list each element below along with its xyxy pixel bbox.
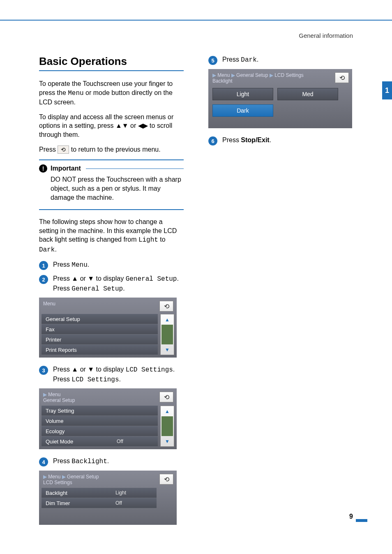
caret-icon: ▶ xyxy=(43,392,47,397)
right-column: 5 Press Dark. ▶ Menu ▶ General Setup ▶ L… xyxy=(208,55,353,532)
lcd-back-button[interactable]: ⟲ xyxy=(159,392,173,402)
lcd-back-button[interactable]: ⟲ xyxy=(159,474,173,485)
scroll-up-icon[interactable]: ▲ xyxy=(161,406,174,416)
text: Press ▲ or ▼ to display xyxy=(53,366,126,373)
list-item[interactable]: Tray Setting xyxy=(42,406,158,416)
section-title: Basic Operations xyxy=(39,55,184,68)
dark-literal: Dark xyxy=(39,246,55,254)
heading-line xyxy=(86,169,184,169)
lcd-back-button[interactable]: ⟲ xyxy=(335,72,349,83)
option-light[interactable]: Light xyxy=(212,88,273,100)
chapter-tab: 1 xyxy=(382,81,392,99)
left-column: Basic Operations To operate the Touchscr… xyxy=(39,55,184,532)
item-label: Fax xyxy=(46,326,55,332)
back-icon: ⟲ xyxy=(58,145,69,154)
step-5: 5 Press Dark. xyxy=(208,55,353,65)
lcd-body: BacklightLight Dim TimerOff xyxy=(42,488,174,508)
literal: Dark xyxy=(241,56,256,64)
content-columns: Basic Operations To operate the Touchscr… xyxy=(39,55,353,532)
list-item[interactable]: Printer xyxy=(42,335,158,345)
important-text: DO NOT press the Touchscreen with a shar… xyxy=(39,175,184,202)
crumb: General Setup xyxy=(67,474,99,480)
lcd-menu-screenshot: Menu ⟲ General Setup Fax Printer Print R… xyxy=(39,298,177,358)
lcd-scrollbar[interactable]: ▲ ▼ xyxy=(160,314,174,355)
lcd-header: ▶ Menu ▶ General Setup ▶ LCD Settings Ba… xyxy=(211,72,350,86)
item-label: Tray Setting xyxy=(46,408,74,414)
crumb-current: General Setup xyxy=(43,397,75,403)
list-item[interactable]: BacklightLight xyxy=(42,488,157,498)
list-item[interactable]: General Setup xyxy=(42,314,158,324)
option-label: Dark xyxy=(237,107,249,114)
crumb: LCD Settings xyxy=(274,72,304,78)
crumb: Menu xyxy=(217,72,230,78)
step-1: 1 Press Menu. xyxy=(39,260,184,270)
text: Press xyxy=(222,56,241,63)
item-label: Backlight xyxy=(46,490,67,496)
step-3: 3 Press ▲ or ▼ to display LCD Settings. … xyxy=(39,365,184,384)
lcd-breadcrumb: ▶ Menu General Setup xyxy=(43,392,75,403)
item-value: Off xyxy=(115,500,152,506)
option-med[interactable]: Med xyxy=(277,88,338,100)
lcd-backlight-screenshot: ▶ Menu ▶ General Setup ▶ LCD Settings Ba… xyxy=(208,69,352,128)
stop-exit-literal: Stop/Exit xyxy=(241,136,269,143)
lcd-breadcrumb: ▶ Menu ▶ General Setup LCD Settings xyxy=(43,474,99,485)
scroll-track[interactable] xyxy=(161,325,173,344)
list-item[interactable]: Fax xyxy=(42,324,158,335)
literal: LCD Settings xyxy=(71,376,119,383)
list-item[interactable]: Print Reports xyxy=(42,345,158,355)
list-item[interactable]: Dim TimerOff xyxy=(42,498,157,508)
step-text: Press ▲ or ▼ to display LCD Settings. Pr… xyxy=(53,365,175,384)
text: . xyxy=(173,366,175,373)
lcd-header: ▶ Menu General Setup ⟲ xyxy=(42,391,174,406)
intro-para-1: To operate the Touchscreen use your fing… xyxy=(39,79,184,107)
scroll-down-icon[interactable]: ▼ xyxy=(161,344,174,355)
step-text: Press Dark. xyxy=(222,55,258,65)
text: Press xyxy=(53,261,71,268)
lcd-body: General Setup Fax Printer Print Reports … xyxy=(42,314,174,355)
important-callout: ! Important DO NOT press the Touchscreen… xyxy=(39,159,184,210)
literal: General Setup xyxy=(126,275,177,283)
step-text: Press ▲ or ▼ to display General Setup. P… xyxy=(53,274,179,293)
page-top-rule xyxy=(0,20,392,21)
text: . xyxy=(270,136,271,143)
step-badge: 6 xyxy=(208,136,217,145)
lcd-scrollbar[interactable]: ▲ ▼ xyxy=(160,406,174,447)
option-label: Light xyxy=(237,91,249,97)
item-label: Quiet Mode xyxy=(46,439,73,445)
scroll-track[interactable] xyxy=(161,416,173,436)
step-text: Press Stop/Exit. xyxy=(222,136,271,145)
lcd-back-button[interactable]: ⟲ xyxy=(159,301,173,312)
literal: Backlight xyxy=(71,458,107,465)
caret-icon: ▶ xyxy=(212,72,216,78)
text: to xyxy=(158,236,166,243)
lcd-lcd-settings-screenshot: ▶ Menu ▶ General Setup LCD Settings ⟲ Ba… xyxy=(39,471,177,525)
lcd-header: ▶ Menu ▶ General Setup LCD Settings ⟲ xyxy=(42,473,174,488)
step-2: 2 Press ▲ or ▼ to display General Setup.… xyxy=(39,274,184,293)
step-6: 6 Press Stop/Exit. xyxy=(208,136,353,145)
step-badge: 4 xyxy=(39,457,48,466)
list-item[interactable]: Quiet ModeOff xyxy=(42,436,158,447)
important-heading: ! Important xyxy=(39,164,184,173)
lcd-list: General Setup Fax Printer Print Reports xyxy=(42,314,158,355)
text: Press xyxy=(53,376,71,383)
item-value: Off xyxy=(117,439,154,444)
caret-icon: ▶ xyxy=(270,72,273,78)
running-header: General information xyxy=(299,32,353,39)
list-item[interactable]: Ecology xyxy=(42,426,158,436)
crumb: Menu xyxy=(48,392,60,397)
literal: Menu xyxy=(71,261,87,269)
literal: General Setup xyxy=(71,285,123,293)
text: Press ▲ or ▼ to display xyxy=(53,275,126,282)
text: Press xyxy=(53,457,71,464)
text: . xyxy=(107,457,109,464)
page-number-accent xyxy=(356,519,367,522)
caret-icon: ▶ xyxy=(43,474,47,480)
intro-para-3: Press ⟲ to return to the previous menu. xyxy=(39,145,184,154)
scroll-down-icon[interactable]: ▼ xyxy=(161,436,174,446)
scroll-up-icon[interactable]: ▲ xyxy=(161,314,174,325)
step-badge: 5 xyxy=(208,56,217,65)
list-item[interactable]: Volume xyxy=(42,416,158,426)
menu-literal: Menu xyxy=(68,90,83,97)
text: . xyxy=(257,56,258,63)
option-dark-selected[interactable]: Dark xyxy=(212,104,273,117)
